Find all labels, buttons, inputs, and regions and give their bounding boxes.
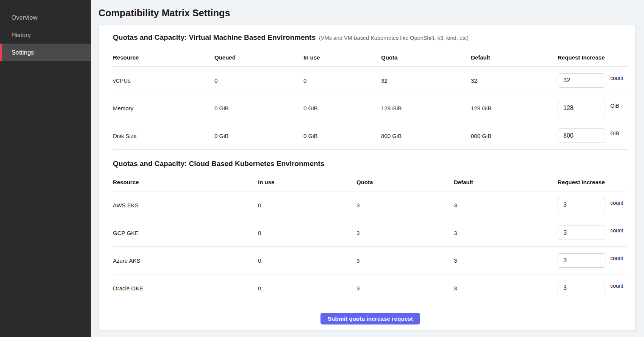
request-increase-input-vcpus[interactable] (558, 73, 605, 88)
default-value: 3 (454, 202, 558, 208)
section-title: Quotas and Capacity: Virtual Machine Bas… (113, 33, 316, 42)
column-header-request-increase: Request Increase (558, 179, 628, 185)
request-increase-input-oracle-oke[interactable] (558, 281, 605, 295)
column-header-default: Default (454, 179, 558, 185)
column-header-quota: Quota (381, 54, 471, 61)
table-row-gcp-gke: GCP GKE 0 3 3 count (113, 219, 628, 247)
request-increase-input-disk-size[interactable] (558, 129, 605, 143)
section-note: (VMs and VM-based Kubernetes like OpenSh… (319, 35, 469, 41)
quota-value: 3 (356, 230, 454, 236)
quota-value: 800 GiB (381, 133, 471, 139)
in-use-value: 0 (258, 257, 356, 264)
request-increase-input-gcp-gke[interactable] (558, 226, 605, 240)
unit-label: GiB (610, 130, 619, 136)
default-value: 3 (454, 257, 558, 264)
unit-label: count (610, 227, 623, 234)
column-header-resource: Resource (113, 179, 258, 185)
sidebar-item-history[interactable]: History (0, 26, 91, 44)
resource-name: Memory (113, 105, 214, 111)
unit-label: count (610, 200, 623, 206)
resource-name: AWS EKS (113, 202, 258, 208)
column-header-queued: Queued (214, 54, 303, 61)
sidebar-item-label: Settings (11, 49, 34, 56)
table-row-memory: Memory 0 GiB 0 GiB 128 GiB 128 GiB GiB (113, 94, 628, 122)
section-title: Quotas and Capacity: Cloud Based Kuberne… (113, 160, 325, 168)
default-value: 3 (454, 285, 558, 292)
quota-value: 3 (356, 285, 454, 292)
section-vm-environments: Quotas and Capacity: Virtual Machine Bas… (113, 33, 628, 150)
in-use-value: 0 GiB (303, 133, 381, 139)
sidebar-item-overview[interactable]: Overview (0, 9, 91, 26)
in-use-value: 0 (258, 202, 356, 208)
unit-label: GiB (610, 103, 619, 109)
quota-value: 3 (356, 202, 454, 208)
in-use-value: 0 (303, 77, 381, 84)
sidebar-item-settings[interactable]: Settings (0, 44, 91, 61)
settings-card: Quotas and Capacity: Virtual Machine Bas… (98, 25, 636, 331)
column-header-in-use: In use (303, 54, 381, 61)
unit-label: count (610, 75, 623, 81)
table-row-vcpus: vCPUs 0 0 32 32 count (113, 67, 628, 94)
request-increase-input-azure-aks[interactable] (558, 253, 605, 268)
column-header-in-use: In use (258, 179, 356, 185)
resource-name: Oracle OKE (113, 285, 258, 292)
quota-value: 3 (356, 257, 454, 264)
column-header-resource: Resource (113, 54, 214, 61)
queued-value: 0 GiB (214, 105, 303, 111)
table-header-row: Resource Queued In use Quota Default Req… (113, 49, 628, 67)
default-value: 128 GiB (471, 105, 558, 111)
page-title: Compatibility Matrix Settings (98, 8, 636, 19)
default-value: 32 (471, 77, 558, 84)
in-use-value: 0 GiB (303, 105, 381, 111)
column-header-request-increase: Request Increase (558, 54, 628, 61)
table-row-aws-eks: AWS EKS 0 3 3 count (113, 191, 628, 219)
request-increase-input-aws-eks[interactable] (558, 198, 605, 212)
resource-name: GCP GKE (113, 230, 258, 236)
column-header-default: Default (471, 54, 558, 61)
main-content: Compatibility Matrix Settings Quotas and… (91, 0, 644, 337)
section-cloud-kubernetes: Quotas and Capacity: Cloud Based Kuberne… (113, 160, 628, 302)
queued-value: 0 GiB (214, 133, 303, 139)
sidebar: Overview History Settings (0, 0, 91, 337)
sidebar-item-label: Overview (11, 14, 38, 21)
submit-quota-increase-button[interactable]: Submit quota increase request (320, 313, 420, 324)
in-use-value: 0 (258, 230, 356, 236)
column-header-quota: Quota (356, 179, 454, 185)
request-increase-input-memory[interactable] (558, 101, 605, 115)
default-value: 800 GiB (471, 133, 558, 139)
default-value: 3 (454, 230, 558, 236)
resource-name: Disk Size (113, 133, 214, 139)
in-use-value: 0 (258, 285, 356, 292)
quota-value: 32 (381, 77, 471, 84)
queued-value: 0 (214, 77, 303, 84)
resource-name: Azure AKS (113, 257, 258, 264)
table-row-oracle-oke: Oracle OKE 0 3 3 count (113, 274, 628, 302)
table-row-disk-size: Disk Size 0 GiB 0 GiB 800 GiB 800 GiB Gi… (113, 122, 628, 150)
sidebar-item-label: History (11, 31, 31, 39)
table-row-azure-aks: Azure AKS 0 3 3 count (113, 247, 628, 274)
table-header-row: Resource In use Quota Default Request In… (113, 173, 628, 191)
quota-value: 128 GiB (381, 105, 471, 111)
resource-name: vCPUs (113, 77, 214, 84)
unit-label: count (610, 255, 623, 261)
unit-label: count (610, 283, 623, 289)
active-item-accent-bar (0, 44, 2, 61)
